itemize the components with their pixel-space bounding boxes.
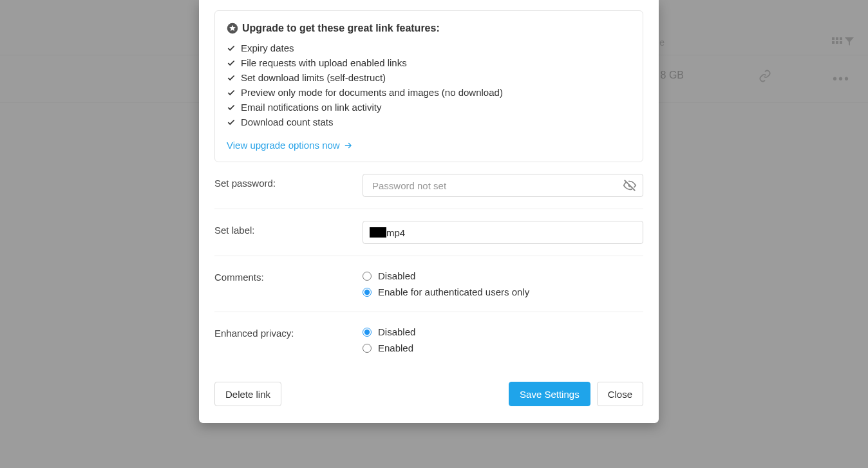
feature-item: File requests with upload enabled links — [227, 55, 631, 70]
comments-disabled-option[interactable]: Disabled — [363, 268, 643, 284]
eye-off-icon[interactable] — [623, 178, 637, 192]
feature-item: Preview only mode for documents and imag… — [227, 85, 631, 100]
comments-disabled-radio[interactable] — [363, 272, 372, 281]
comments-section: Comments: Disabled Enable for authentica… — [214, 256, 643, 312]
label-input[interactable] — [405, 227, 636, 238]
privacy-disabled-radio[interactable] — [363, 328, 372, 337]
comments-label: Comments: — [214, 268, 363, 300]
privacy-enabled-option[interactable]: Enabled — [363, 340, 643, 356]
privacy-section: Enhanced privacy: Disabled Enabled — [214, 312, 643, 368]
upgrade-link[interactable]: View upgrade options now — [227, 140, 353, 151]
check-icon — [227, 59, 236, 68]
arrow-right-icon — [344, 141, 353, 150]
delete-link-button[interactable]: Delete link — [214, 382, 281, 406]
privacy-disabled-option[interactable]: Disabled — [363, 324, 643, 340]
label-section: Set label: mp4 — [214, 209, 643, 256]
link-settings-modal: Upgrade to get these great link features… — [199, 0, 659, 423]
password-input[interactable] — [363, 174, 643, 197]
redacted-text — [370, 227, 386, 238]
privacy-enabled-radio[interactable] — [363, 344, 372, 353]
callout-title: Upgrade to get these great link features… — [242, 23, 440, 34]
feature-item: Download count stats — [227, 115, 631, 129]
label-label: Set label: — [214, 221, 363, 244]
check-icon — [227, 88, 236, 97]
check-icon — [227, 73, 236, 82]
privacy-label: Enhanced privacy: — [214, 324, 363, 356]
check-icon — [227, 118, 236, 127]
upgrade-callout: Upgrade to get these great link features… — [214, 10, 643, 162]
star-icon — [227, 23, 238, 34]
close-button[interactable]: Close — [597, 382, 643, 406]
feature-item: Expiry dates — [227, 41, 631, 55]
comments-auth-option[interactable]: Enable for authenticated users only — [363, 284, 643, 300]
feature-item: Set download limits (self-destruct) — [227, 70, 631, 85]
label-value-suffix: mp4 — [386, 227, 405, 238]
feature-list: Expiry dates File requests with upload e… — [227, 41, 631, 129]
modal-footer: Delete link Save Settings Close — [214, 382, 643, 406]
comments-auth-radio[interactable] — [363, 288, 372, 297]
password-label: Set password: — [214, 174, 363, 197]
save-settings-button[interactable]: Save Settings — [509, 382, 590, 406]
feature-item: Email notifications on link activity — [227, 100, 631, 115]
password-section: Set password: — [214, 162, 643, 209]
check-icon — [227, 103, 236, 112]
check-icon — [227, 44, 236, 53]
